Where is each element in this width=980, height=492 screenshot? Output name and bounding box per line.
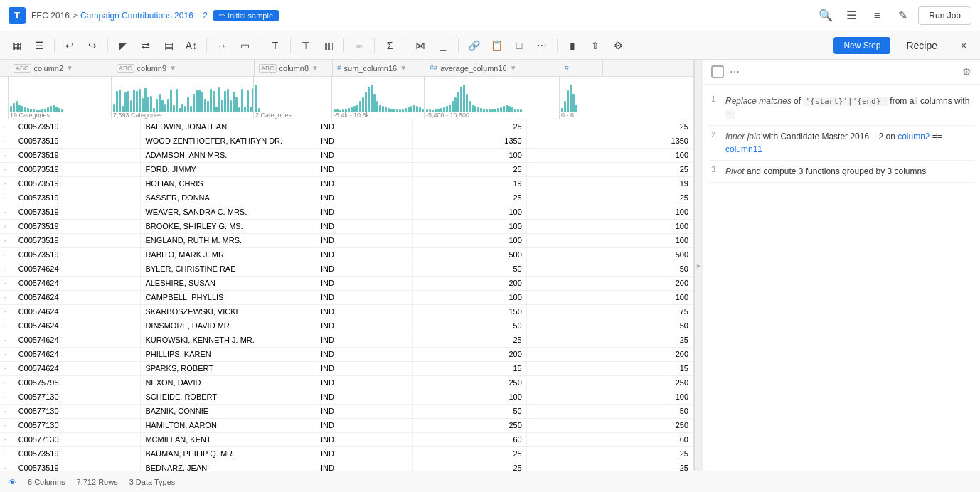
- breadcrumb-current[interactable]: Campaign Contributions 2016 – 2: [80, 11, 208, 21]
- settings-icon[interactable]: ⚙: [607, 36, 629, 55]
- step-text-part: column11: [725, 144, 762, 154]
- sum16-sort-icon[interactable]: ▼: [400, 64, 407, 72]
- cell-col9: BAUMAN, PHILIP Q. MR.: [141, 446, 316, 461]
- cell-col9: BALDWIN, JONATHAN: [141, 119, 316, 134]
- table-row: · C00573519 BROOKE, SHIRLEY G. MS. IND 1…: [0, 219, 693, 233]
- cell-sum16: 100: [412, 390, 526, 404]
- new-step-button[interactable]: New Step: [833, 37, 890, 54]
- merge-icon[interactable]: ▤: [158, 36, 179, 55]
- recipe-settings-icon[interactable]: ⚙: [962, 66, 971, 77]
- redo-icon[interactable]: ↪: [82, 36, 103, 55]
- col2-sort-icon[interactable]: ▼: [66, 64, 73, 72]
- sort-alpha-icon[interactable]: A↕: [181, 36, 202, 55]
- sigma-icon[interactable]: Σ: [379, 36, 400, 55]
- cell-col2: C00574624: [14, 361, 141, 375]
- close-recipe-icon[interactable]: ×: [953, 36, 974, 55]
- cell-sum16: 25: [412, 446, 526, 461]
- cell-col2: C00577130: [14, 432, 141, 446]
- filter-icon[interactable]: ⎓: [348, 36, 370, 55]
- col9-name[interactable]: column9: [137, 64, 167, 73]
- more-icon[interactable]: ⋯: [531, 36, 553, 55]
- col9-sort-icon[interactable]: ▼: [169, 64, 176, 72]
- join-icon[interactable]: ⋈: [410, 36, 431, 55]
- cell-col2: C00573519: [14, 247, 141, 262]
- step-text-part: Pivot: [725, 166, 745, 176]
- cell-sum16: 100: [412, 233, 526, 247]
- col-header-avg16[interactable]: ## average_column16 ▼: [425, 60, 560, 76]
- step-text-part: ': [725, 110, 735, 119]
- col-header-column2[interactable]: ABC column2 ▼: [9, 60, 112, 76]
- table-row: · C00573519 RABITO, MARK J. MR. IND 500 …: [0, 247, 693, 262]
- resize-icon[interactable]: ↔: [211, 36, 233, 55]
- hist-avg16: -5,400 - 10,800: [425, 77, 560, 119]
- pivot-icon[interactable]: ▥: [318, 36, 339, 55]
- cell-col9: ENGLAND, RUTH M. MRS.: [141, 233, 316, 247]
- cell-col2: C00577130: [14, 390, 141, 404]
- col-transform-icon[interactable]: ◤: [112, 36, 134, 55]
- row-indicator: ·: [0, 290, 14, 304]
- sort-icon[interactable]: ≡: [867, 6, 887, 26]
- col-header-column9[interactable]: ABC column9 ▼: [112, 60, 255, 76]
- step-text-part: from all columns with: [888, 96, 969, 106]
- cell-col8: IND: [316, 446, 412, 461]
- text-icon[interactable]: T: [265, 36, 286, 55]
- search-icon[interactable]: 🔍: [816, 6, 836, 26]
- col8-name[interactable]: column8: [279, 64, 309, 73]
- cell-sum16: 25: [412, 191, 526, 205]
- hist-col2: 19 Categories: [9, 77, 112, 119]
- expand-icon[interactable]: ▭: [234, 36, 255, 55]
- avg16-sort-icon[interactable]: ▼: [510, 64, 517, 72]
- cell-col9: NEXON, DAVID: [141, 375, 316, 390]
- recipe-step[interactable]: 1Replace matches of '{start}'|'{end}' fr…: [708, 90, 974, 126]
- col8-sort-icon[interactable]: ▼: [311, 64, 319, 72]
- comment-icon[interactable]: □: [508, 36, 530, 55]
- col-header-column8[interactable]: ABC column8 ▼: [255, 60, 333, 76]
- recipe-collapse-handle[interactable]: ▸: [694, 60, 703, 471]
- col2-name[interactable]: column2: [34, 64, 64, 73]
- recipe-step[interactable]: 3Pivot and compute 3 functions grouped b…: [708, 161, 974, 183]
- cell-col8: IND: [316, 375, 412, 390]
- breadcrumb-parent[interactable]: FEC 2016: [31, 11, 70, 21]
- recipe-steps-list: 1Replace matches of '{start}'|'{end}' fr…: [703, 85, 980, 471]
- hist-indicator: [0, 77, 9, 119]
- cell-sum16: 15: [412, 361, 526, 375]
- col-header-sum16[interactable]: # sum_column16 ▼: [333, 60, 425, 76]
- join2-icon[interactable]: ⎯: [432, 36, 454, 55]
- list-view-icon[interactable]: ☰: [28, 36, 50, 55]
- table-row: · C00577130 HAMILTON, AARON IND 250 250: [0, 418, 693, 432]
- step-number: 2: [711, 130, 720, 156]
- cell-avg16: 250: [526, 375, 693, 390]
- format-icon[interactable]: ▮: [562, 36, 583, 55]
- sum16-name[interactable]: sum_column16: [344, 64, 398, 73]
- undo-icon[interactable]: ↩: [59, 36, 80, 55]
- hist-avg16-label: -5,400 - 10,800: [426, 112, 558, 119]
- cell-avg16: 100: [526, 290, 693, 304]
- publish-icon[interactable]: ⇧: [585, 36, 606, 55]
- cell-sum16: 50: [412, 262, 526, 276]
- active-tag-button[interactable]: Initial sample: [213, 10, 279, 21]
- grid-view-icon[interactable]: ▦: [6, 36, 27, 55]
- table-row: · C00574624 DINSMORE, DAVID MR. IND 50 5…: [0, 319, 693, 333]
- recipe-step[interactable]: 2Inner join with Candidate Master 2016 –…: [708, 126, 974, 161]
- cell-sum16: 100: [412, 290, 526, 304]
- run-job-button[interactable]: Run Job: [918, 6, 971, 25]
- swap-icon[interactable]: ⇄: [135, 36, 156, 55]
- align-icon[interactable]: ⊤: [295, 36, 316, 55]
- link-icon[interactable]: 🔗: [463, 36, 484, 55]
- app-logo: T: [9, 7, 26, 24]
- grid-scroll-area[interactable]: · C00573519 BALDWIN, JONATHAN IND 25 25 …: [0, 119, 693, 471]
- recipe-menu-icon[interactable]: ⋯: [730, 66, 740, 77]
- breadcrumb: FEC 2016 > Campaign Contributions 2016 –…: [31, 11, 208, 21]
- cell-col2: C00573519: [14, 134, 141, 148]
- unlink-icon[interactable]: 📋: [486, 36, 507, 55]
- cell-col8: IND: [316, 247, 412, 262]
- select-all-checkbox[interactable]: [711, 65, 724, 78]
- table-row: · C00577130 SCHEIDE, ROBERT IND 100 100: [0, 390, 693, 404]
- list-icon[interactable]: ☰: [841, 6, 861, 26]
- avg16-name[interactable]: average_column16: [440, 64, 507, 73]
- step-text-part: column2: [898, 132, 930, 141]
- col-header-extra: #: [560, 60, 603, 76]
- cell-col8: IND: [316, 276, 412, 290]
- edit-icon[interactable]: ✎: [893, 6, 912, 26]
- step-number: 3: [711, 165, 720, 178]
